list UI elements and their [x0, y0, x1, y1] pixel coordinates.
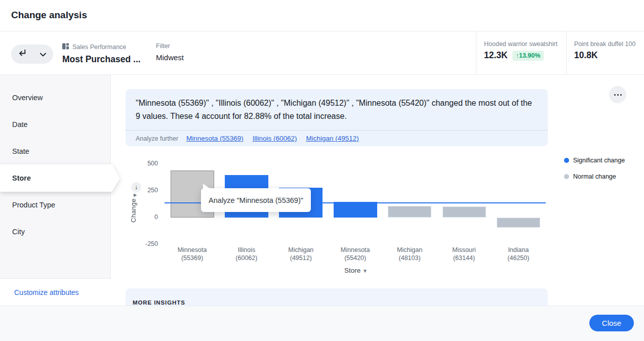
- kpi-point-break-duffel: Point break duffel 100 10.8K: [574, 40, 635, 61]
- bar-minnesota-55420[interactable]: [334, 202, 377, 218]
- toolbar: Sales Performance Most Purchased ... Fil…: [0, 31, 644, 75]
- toolbar-divider: [476, 31, 476, 75]
- bar-michigan-48103[interactable]: [388, 206, 431, 218]
- sidebar-item-overview[interactable]: Overview: [0, 84, 111, 111]
- analyze-link[interactable]: Michigan (49512): [306, 135, 358, 142]
- x-axis-label: Illinois(60062): [219, 246, 274, 262]
- footer: Close: [0, 306, 644, 341]
- sidebar-item-store[interactable]: Store: [0, 164, 120, 192]
- analyze-links: Minnesota (55369)Illinois (60062)Michiga…: [186, 135, 359, 142]
- sidebar-item-label: State: [12, 147, 29, 155]
- x-axis-label: Minnesota(55369): [165, 246, 220, 262]
- x-axis-label: Indiana(46250): [491, 246, 546, 262]
- sidebar-item-label: Product Type: [12, 201, 55, 209]
- legend-label: Normal change: [573, 173, 616, 180]
- insight-card: "Minnesota (55369)" , "Illinois (60062)"…: [126, 89, 548, 146]
- source-block: Sales Performance Most Purchased ...: [62, 42, 141, 65]
- customize-attributes-link[interactable]: Customize attributes: [14, 288, 79, 296]
- kpi-label: Point break duffel 100: [574, 40, 635, 48]
- kpi-value: 12.3K: [484, 50, 508, 61]
- legend-item-normal-change[interactable]: Normal change: [564, 171, 625, 182]
- more-options-button[interactable]: [609, 86, 626, 103]
- kpi-delta-badge: ↑13.90%: [512, 51, 544, 61]
- filter-block: Filter Midwest: [156, 42, 184, 62]
- source-label: Sales Performance: [72, 44, 126, 51]
- kpi-value: 10.8K: [574, 50, 598, 61]
- sidebar: OverviewDateStateStoreProduct TypeCity: [0, 75, 111, 306]
- sidebar-item-label: Store: [12, 174, 31, 182]
- x-axis-label: Minnesota(55420): [328, 246, 383, 262]
- change-analysis-window: Change analysis Sales Performance Most P…: [0, 0, 644, 341]
- bar-indiana-46250[interactable]: [497, 218, 540, 228]
- y-tick-label: 250: [135, 187, 158, 194]
- kpi-hooded-warrior-sweatshirt: Hooded warrior sweatshirt 12.3K ↑13.90%: [484, 40, 557, 61]
- page-title: Change analysis: [11, 10, 87, 21]
- legend-label: Significant change: [573, 157, 625, 164]
- dropdown-caret-icon: ▼: [363, 268, 368, 274]
- analyze-context-menu-item[interactable]: Analyze "Minnesota (55369)": [201, 188, 311, 212]
- x-axis-label: Michigan(48103): [382, 246, 437, 262]
- back-pill[interactable]: [11, 45, 53, 64]
- sidebar-item-label: Overview: [12, 94, 43, 102]
- back-arrow-icon[interactable]: [18, 49, 27, 59]
- x-axis-label: Missouri(63144): [436, 246, 492, 262]
- analyze-further-row: Analyze further Minnesota (55369)Illinoi…: [126, 130, 548, 146]
- legend-dot-icon: [564, 174, 569, 179]
- sidebar-footer: Customize attributes: [0, 278, 111, 306]
- filter-label: Filter: [156, 42, 184, 50]
- kpi-label: Hooded warrior sweatshirt: [484, 40, 557, 48]
- insight-text: "Minnesota (55369)" , "Illinois (60062)"…: [126, 89, 548, 130]
- toolbar-divider: [566, 31, 567, 75]
- bar-missouri-63144[interactable]: [442, 206, 486, 218]
- sidebar-item-date[interactable]: Date: [0, 111, 111, 138]
- x-axis-label: Michigan(49512): [273, 246, 329, 262]
- x-axis-dimension-dropdown[interactable]: Store ▼: [338, 267, 374, 274]
- header: Change analysis: [0, 0, 644, 31]
- sidebar-item-product-type[interactable]: Product Type: [0, 191, 111, 218]
- sidebar-item-state[interactable]: State: [0, 138, 111, 164]
- y-tick-label: 500: [135, 160, 158, 167]
- analyze-further-label: Analyze further: [136, 135, 178, 142]
- close-button[interactable]: Close: [589, 315, 634, 331]
- analyze-link[interactable]: Minnesota (55369): [186, 135, 244, 142]
- sidebar-item-label: City: [12, 228, 25, 236]
- y-tick-label: -250: [135, 240, 158, 247]
- worksheet-icon: [62, 42, 69, 52]
- plot: Store ▼ Minnesota(55369)Illinois(60062)M…: [165, 159, 546, 276]
- sidebar-item-label: Date: [12, 120, 28, 129]
- filter-value: Midwest: [156, 53, 184, 62]
- legend-dot-icon: [564, 158, 569, 163]
- y-tick-label: 0: [135, 214, 158, 221]
- analyze-link[interactable]: Illinois (60062): [253, 135, 297, 142]
- more-insights-heading: MORE INSIGHTS: [133, 300, 548, 306]
- sidebar-item-city[interactable]: City: [0, 218, 111, 245]
- chevron-down-icon[interactable]: [40, 50, 46, 59]
- legend-item-significant-change[interactable]: Significant change: [564, 155, 625, 166]
- source-name: Most Purchased ...: [62, 54, 141, 65]
- chart-legend: Significant changeNormal change: [564, 155, 625, 187]
